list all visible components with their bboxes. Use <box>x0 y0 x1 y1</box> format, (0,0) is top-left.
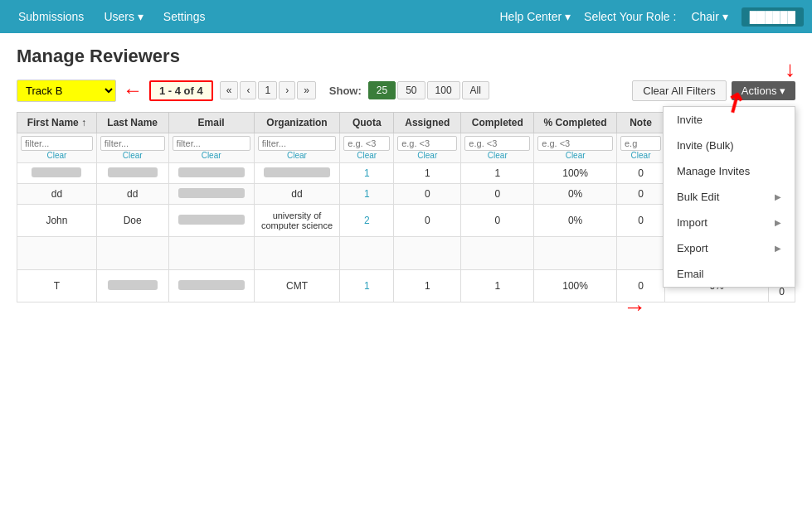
actions-button[interactable]: Actions ▾ <box>732 81 795 100</box>
clear-quota[interactable]: Clear <box>343 151 390 160</box>
show-50[interactable]: 50 <box>397 81 425 99</box>
cell-last-name: █████ <box>96 163 168 184</box>
page-title: Manage Reviewers <box>17 46 795 67</box>
track-arrow-annotation: ← <box>123 79 143 102</box>
users-dropdown-icon: ▾ <box>138 10 143 23</box>
th-assigned[interactable]: Assigned <box>394 113 461 133</box>
cell-first-name: dd <box>17 184 97 205</box>
filter-completed[interactable] <box>464 136 530 151</box>
filter-first-name-cell: Clear <box>17 133 97 163</box>
bulk-edit-arrow-icon: ▶ <box>775 192 781 201</box>
nav-role[interactable]: Chair ▾ <box>681 0 737 33</box>
pag-next[interactable]: › <box>279 81 295 99</box>
th-pct-completed[interactable]: % Completed <box>534 113 617 133</box>
nav-right: Help Center ▾ Select Your Role : Chair ▾… <box>489 0 804 33</box>
filter-org-cell: Clear <box>254 133 340 163</box>
th-note[interactable]: Note <box>616 113 664 133</box>
pagination-info: 1 - 4 of 4 <box>149 80 213 101</box>
cell-note: 0 <box>616 163 664 184</box>
actions-container: ↓ Actions ▾ Invite Invite (Bulk) Manage … <box>732 81 795 100</box>
cell-email: ██████████ <box>168 184 254 205</box>
cell-completed: 0 <box>461 184 534 205</box>
toolbar: Track B ← 1 - 4 of 4 « ‹ 1 › » Show: 25 … <box>17 79 795 102</box>
cell-assigned: 0 <box>394 184 461 205</box>
cell-note <box>616 237 664 270</box>
actions-dropdown-menu: Invite Invite (Bulk) Manage Invites Bulk… <box>663 106 795 288</box>
page-content: Manage Reviewers Track B ← 1 - 4 of 4 « … <box>0 33 812 315</box>
show-all[interactable]: All <box>462 81 489 99</box>
show-buttons: 25 50 100 All <box>368 81 489 99</box>
cell-org: CMT <box>254 270 340 302</box>
menu-email[interactable]: Email <box>664 261 795 287</box>
nav-users[interactable]: Users ▾ <box>94 0 153 33</box>
nav-settings[interactable]: Settings <box>153 0 216 33</box>
cell-completed: 1 <box>461 270 534 302</box>
cell-assigned: 0 <box>394 205 461 237</box>
pag-prev[interactable]: ‹ <box>240 81 256 99</box>
filter-last-name[interactable] <box>100 136 165 151</box>
clear-last-name[interactable]: Clear <box>100 151 165 160</box>
show-25[interactable]: 25 <box>368 81 396 99</box>
th-first-name[interactable]: First Name ↑ <box>17 113 97 133</box>
filter-pct-completed-cell: Clear <box>534 133 617 163</box>
th-email[interactable]: Email <box>168 113 254 133</box>
menu-invite[interactable]: Invite <box>664 107 795 133</box>
export-arrow-icon: ▶ <box>775 244 781 253</box>
filter-email-cell: Clear <box>168 133 254 163</box>
cell-completed <box>461 237 534 270</box>
clear-pct-completed[interactable]: Clear <box>537 151 613 160</box>
navbar: Submissions Users ▾ Settings Help Center… <box>0 0 812 33</box>
cell-pct-completed: 100% <box>534 163 617 184</box>
cell-note: 0 <box>616 270 664 302</box>
clear-all-button[interactable]: Clear All Filters <box>632 80 726 101</box>
cell-last-name: dd <box>96 184 168 205</box>
filter-assigned[interactable] <box>397 136 457 151</box>
user-button[interactable]: ██████ <box>741 7 804 27</box>
nav-submissions[interactable]: Submissions <box>8 0 94 33</box>
menu-export[interactable]: Export ▶ <box>664 235 795 261</box>
filter-note[interactable] <box>620 136 661 151</box>
nav-left: Submissions Users ▾ Settings <box>8 0 215 33</box>
show-label: Show: <box>329 85 362 97</box>
clear-email[interactable]: Clear <box>173 151 250 160</box>
cell-assigned: 1 <box>394 163 461 184</box>
pag-1[interactable]: 1 <box>258 81 277 99</box>
filter-org[interactable] <box>258 136 337 151</box>
filter-quota[interactable] <box>343 136 390 151</box>
cell-quota: 1 <box>340 270 394 302</box>
menu-invite-bulk[interactable]: Invite (Bulk) <box>664 133 795 158</box>
cell-email: ██████████ <box>168 163 254 184</box>
pag-first[interactable]: « <box>220 81 239 99</box>
clear-note[interactable]: Clear <box>620 151 661 160</box>
cell-last-name: Doe <box>96 205 168 237</box>
cell-first-name: John <box>17 205 97 237</box>
menu-bulk-edit[interactable]: Bulk Edit ▶ <box>664 184 795 210</box>
show-100[interactable]: 100 <box>427 81 460 99</box>
pag-last[interactable]: » <box>297 81 316 99</box>
menu-manage-invites[interactable]: Manage Invites <box>664 158 795 184</box>
pagination-buttons: « ‹ 1 › » <box>220 81 316 99</box>
cell-last-name: ████ <box>96 270 168 302</box>
cell-note: 0 <box>616 184 664 205</box>
nav-help[interactable]: Help Center ▾ <box>489 0 581 33</box>
track-select[interactable]: Track B <box>17 80 116 102</box>
th-organization[interactable]: Organization <box>254 113 340 133</box>
filter-email[interactable] <box>173 136 250 151</box>
role-label: Select Your Role : <box>584 10 676 23</box>
import-arrow-icon: ▶ <box>775 218 781 227</box>
filter-pct-completed[interactable] <box>537 136 613 151</box>
th-last-name[interactable]: Last Name <box>96 113 168 133</box>
sort-icon: ↑ <box>81 117 86 128</box>
th-completed[interactable]: Completed <box>461 113 534 133</box>
filter-first-name[interactable] <box>21 136 93 151</box>
cell-note: 0 <box>616 205 664 237</box>
cell-quota: 1 <box>340 184 394 205</box>
clear-completed[interactable]: Clear <box>464 151 530 160</box>
menu-import[interactable]: Import ▶ <box>664 210 795 235</box>
filter-quota-cell: Clear <box>340 133 394 163</box>
th-quota[interactable]: Quota <box>340 113 394 133</box>
clear-first-name[interactable]: Clear <box>21 151 93 160</box>
cell-first-name <box>17 237 97 270</box>
clear-assigned[interactable]: Clear <box>397 151 457 160</box>
clear-org[interactable]: Clear <box>258 151 337 160</box>
